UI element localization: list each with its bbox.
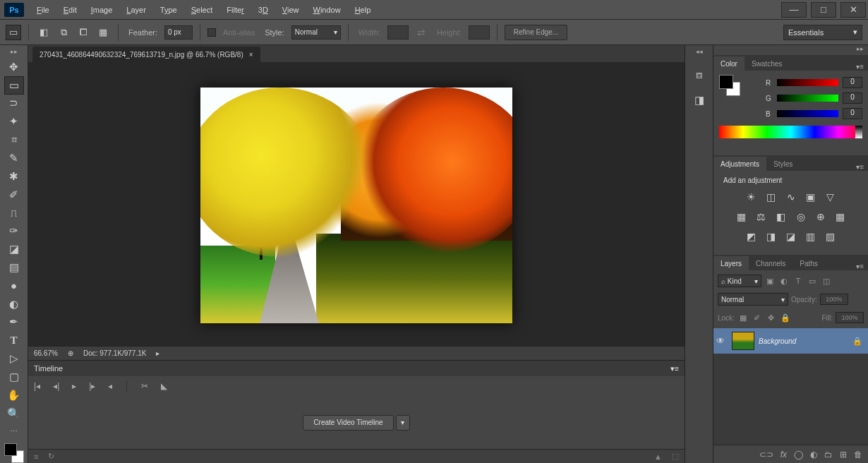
- layer-lock-icon[interactable]: 🔒: [852, 337, 865, 346]
- move-tool[interactable]: ✥: [4, 58, 24, 76]
- height-input[interactable]: [469, 25, 490, 40]
- link-layers-icon[interactable]: ⊂⊃: [759, 450, 773, 459]
- menu-type[interactable]: Type: [153, 2, 184, 18]
- menu-3d[interactable]: 3D: [251, 2, 275, 18]
- magic-wand-tool[interactable]: ✦: [4, 112, 24, 131]
- clone-stamp-tool[interactable]: ⎍: [4, 204, 24, 222]
- new-adjustment-layer-icon[interactable]: ◐: [810, 450, 817, 459]
- lock-position-icon[interactable]: ✥: [766, 312, 777, 323]
- fill-value[interactable]: 100%: [836, 312, 864, 323]
- filter-shape-icon[interactable]: ▭: [807, 275, 818, 287]
- create-video-timeline-button[interactable]: Create Video Timeline: [303, 415, 393, 431]
- gradient-map-icon[interactable]: ▥: [804, 229, 818, 243]
- foreground-color-swatch[interactable]: [4, 443, 17, 456]
- opacity-value[interactable]: 100%: [820, 294, 848, 305]
- layer-style-icon[interactable]: fx: [780, 450, 787, 459]
- edit-toolbar-icon[interactable]: ⋯: [4, 422, 24, 440]
- shape-tool[interactable]: ▢: [4, 368, 24, 386]
- vibrance-icon[interactable]: ▽: [824, 190, 838, 204]
- hand-tool[interactable]: ✋: [4, 386, 24, 404]
- minimize-button[interactable]: —: [781, 2, 807, 18]
- exposure-icon[interactable]: ▣: [804, 190, 818, 204]
- menu-view[interactable]: View: [275, 2, 306, 18]
- close-button[interactable]: ✕: [840, 2, 866, 18]
- layer-row[interactable]: 👁 Background 🔒: [713, 328, 868, 354]
- zoom-tool[interactable]: 🔍: [4, 404, 24, 423]
- status-expand-icon[interactable]: ⊕: [68, 349, 73, 357]
- workspace-dropdown[interactable]: Essentials▾: [783, 25, 862, 40]
- pen-tool[interactable]: ✒: [4, 313, 24, 332]
- history-panel-icon[interactable]: ⧈: [689, 66, 709, 83]
- dodge-tool[interactable]: ◐: [4, 295, 24, 313]
- r-slider[interactable]: [777, 79, 838, 86]
- invert-icon[interactable]: ◩: [745, 229, 759, 243]
- channel-mixer-icon[interactable]: ⊕: [814, 210, 828, 224]
- timeline-render-icon[interactable]: ⬚: [672, 452, 679, 461]
- document-tab[interactable]: 270431_460864490632324_769613719_n.jpg @…: [32, 47, 260, 62]
- eyedropper-tool[interactable]: ✎: [4, 149, 24, 167]
- lock-transparency-icon[interactable]: ▦: [737, 312, 749, 323]
- crop-tool[interactable]: ⌗: [4, 131, 24, 149]
- adjustments-tab[interactable]: Adjustments: [713, 157, 766, 171]
- canvas[interactable]: [200, 88, 512, 323]
- menu-edit[interactable]: Edit: [56, 2, 84, 18]
- adjustments-panel-menu-icon[interactable]: ▾≡: [852, 163, 868, 171]
- timeline-track-options-icon[interactable]: ≡: [34, 452, 38, 461]
- levels-icon[interactable]: ◫: [764, 190, 778, 204]
- photo-filter-icon[interactable]: ◎: [794, 210, 808, 224]
- styles-tab[interactable]: Styles: [766, 157, 800, 171]
- blur-tool[interactable]: ●: [4, 277, 24, 295]
- layer-filter-kind-dropdown[interactable]: ⌕ Kind▾: [718, 275, 761, 287]
- layers-panel-menu-icon[interactable]: ▾≡: [852, 263, 868, 270]
- marquee-tool[interactable]: ▭: [4, 76, 24, 95]
- paths-tab[interactable]: Paths: [792, 256, 825, 270]
- layers-tab[interactable]: Layers: [713, 256, 749, 270]
- black-white-icon[interactable]: ◧: [774, 210, 788, 224]
- menu-file[interactable]: File: [30, 2, 56, 18]
- gradient-tool[interactable]: ▤: [4, 258, 24, 277]
- filter-pixel-icon[interactable]: ▣: [764, 275, 776, 287]
- timeline-loop-icon[interactable]: ↻: [48, 452, 54, 461]
- feather-input[interactable]: 0 px: [164, 25, 193, 40]
- timeline-transition-icon[interactable]: ◣: [161, 381, 167, 391]
- swatches-tab[interactable]: Swatches: [745, 56, 789, 71]
- type-tool[interactable]: T: [4, 331, 24, 349]
- panels-expand-icon[interactable]: ▸▸: [713, 45, 868, 55]
- tool-preset-icon[interactable]: ▭: [6, 25, 21, 40]
- timeline-type-dropdown[interactable]: ▾: [396, 415, 410, 431]
- r-value[interactable]: 0: [843, 77, 862, 88]
- menu-layer[interactable]: Layer: [119, 2, 153, 18]
- g-slider[interactable]: [777, 95, 838, 102]
- timeline-last-frame-icon[interactable]: ◂: [108, 381, 112, 391]
- timeline-prev-frame-icon[interactable]: ◂|: [53, 381, 59, 391]
- color-swatch[interactable]: [4, 443, 24, 463]
- dock-expand-icon[interactable]: ◂◂: [696, 48, 703, 58]
- menu-help[interactable]: Help: [348, 2, 378, 18]
- menu-window[interactable]: Window: [306, 2, 348, 18]
- lock-pixels-icon[interactable]: ✐: [752, 312, 763, 323]
- close-tab-icon[interactable]: ×: [249, 51, 253, 59]
- maximize-button[interactable]: □: [811, 2, 836, 18]
- timeline-next-frame-icon[interactable]: |▸: [89, 381, 95, 391]
- threshold-icon[interactable]: ◪: [784, 229, 798, 243]
- filter-smart-icon[interactable]: ◫: [821, 275, 832, 287]
- menu-image[interactable]: Image: [84, 2, 120, 18]
- b-slider[interactable]: [777, 110, 838, 117]
- tools-expand-icon[interactable]: ▸▸: [11, 48, 18, 58]
- menu-select[interactable]: Select: [184, 2, 220, 18]
- timeline-cut-icon[interactable]: ✂: [141, 381, 148, 391]
- color-balance-icon[interactable]: ⚖: [754, 210, 768, 224]
- hue-saturation-icon[interactable]: ▦: [735, 210, 749, 224]
- lock-all-icon[interactable]: 🔒: [780, 312, 791, 323]
- channels-tab[interactable]: Channels: [749, 256, 792, 270]
- delete-layer-icon[interactable]: 🗑: [854, 450, 862, 459]
- antialias-checkbox[interactable]: [207, 28, 216, 37]
- new-layer-icon[interactable]: ⊞: [840, 450, 847, 459]
- history-brush-tool[interactable]: ✑: [4, 222, 24, 240]
- style-dropdown[interactable]: Normal▾: [291, 25, 341, 40]
- canvas-area[interactable]: [28, 62, 685, 346]
- timeline-menu-icon[interactable]: ▾≡: [670, 364, 679, 373]
- selection-subtract-icon[interactable]: ⧠: [76, 25, 91, 40]
- posterize-icon[interactable]: ◨: [764, 229, 778, 243]
- refine-edge-button[interactable]: Refine Edge...: [505, 25, 567, 40]
